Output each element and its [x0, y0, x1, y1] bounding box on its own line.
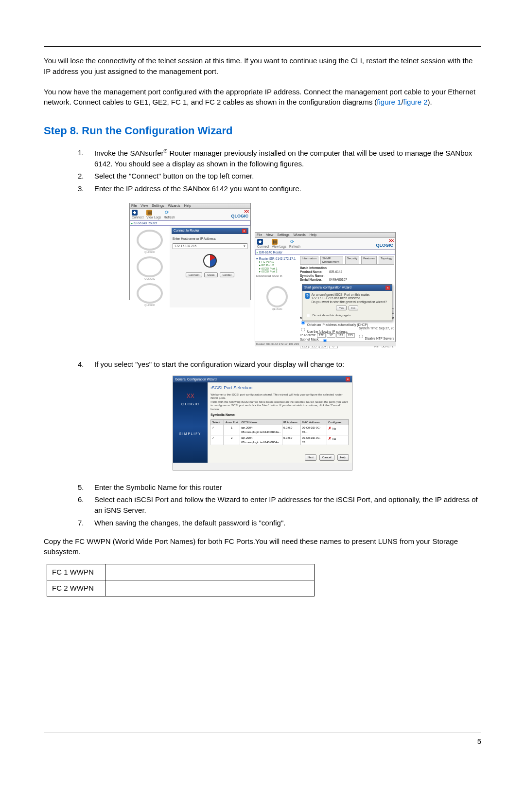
close-icon-2[interactable]: × [385, 286, 390, 290]
p2-b: ). [428, 98, 432, 106]
fig3-desc-1: Welcome to the iSCSI port configuration … [210, 393, 349, 400]
fig1-toolbar: Connect ▤ View Logs ⟳ Refresh XX QLOGIC [130, 209, 250, 220]
tree-iscsi1[interactable]: ▸ iSCSI Port 1 [259, 267, 298, 271]
steps-list-c: 5.Enter the Symbolic Name for this route… [78, 482, 481, 528]
step-4: 4. If you select "yes" to start the conf… [78, 359, 481, 370]
dropdown-icon[interactable]: ▾ [244, 244, 245, 248]
next-button[interactable]: Next [305, 454, 316, 461]
step-3: 3. Enter the IP address of the SANbox 61… [78, 183, 481, 194]
ip-input[interactable]: 172.17.137.215 ▾ [173, 243, 247, 249]
fig3-row-2[interactable]: ✓ 2 iqn.2004-08.com.qlogic:isr6140.0804a… [210, 435, 349, 445]
tab-topology[interactable]: Topology [379, 256, 394, 264]
bottom-rule [44, 733, 481, 733]
wwpn-1-value [105, 564, 315, 580]
viewlogs-icon-2[interactable]: ▤ [272, 239, 278, 245]
dont-show-label: Do not show this dialog again. [313, 314, 351, 317]
wwpn-row-2: FC 2 WWPN [47, 580, 315, 596]
dont-show-checkbox[interactable] [307, 314, 311, 318]
paragraph-1: You will lose the connectivity of the te… [44, 55, 481, 77]
wwpn-1-label: FC 1 WWPN [47, 564, 105, 580]
qlogic-logo: XX QLOGIC [231, 210, 249, 219]
useip-radio[interactable] [301, 328, 305, 332]
tree-fc2[interactable]: ▸ FC Port 2 [259, 264, 298, 267]
menu-help[interactable]: Help [184, 204, 191, 207]
fig1-dialog: Connect to Router × Enter Hostname or IP… [170, 226, 250, 307]
dialog-line-2: Do you want to start the general configu… [312, 300, 389, 304]
dhcp-radio[interactable] [301, 321, 305, 325]
wwpn-table: FC 1 WWPN FC 2 WWPN [47, 564, 315, 596]
ring-2: QLOGIC [137, 256, 163, 277]
fig2-tree-panel: ▾ Router iSR-6142 172.17.1 ▸ FC Port 1 ▸… [255, 255, 299, 354]
figure-1-link[interactable]: figure 1 [377, 98, 401, 106]
fig3-sidebar: XX QLOGIC SIMPLIFY [173, 382, 208, 463]
viewlogs-icon[interactable]: ▤ [146, 210, 152, 216]
fig3-desc-2: Ports with the following iSCSI names hav… [210, 400, 349, 412]
cancel-button[interactable]: Cancel [220, 272, 235, 278]
step-2: 2. Select the "Connect" button on the to… [78, 171, 481, 181]
tab-snmp[interactable]: SNMP Management [320, 256, 343, 264]
connect-icon[interactable] [132, 210, 138, 216]
wizard-dialog-title: Start general configuration wizard [304, 286, 351, 290]
fig2-main-panel: Information SNMP Management Security Fea… [299, 255, 395, 354]
red-x-icon: ✗ [328, 426, 332, 431]
tab-information[interactable]: Information [300, 256, 318, 264]
connect-icon-2[interactable] [257, 239, 263, 245]
menu-file[interactable]: File [131, 204, 137, 207]
menu-settings[interactable]: Settings [152, 204, 164, 207]
ip-address-value: 17217137215 [317, 333, 355, 338]
step-1-num: 1. [78, 147, 94, 169]
fig3-window-title: General Configuration Wizard [175, 377, 217, 381]
close-icon-3[interactable]: × [346, 377, 350, 381]
tree-discovered[interactable]: Discovered iSCSI In [256, 274, 298, 278]
step-2-num: 2. [78, 171, 94, 181]
ip-label: Enter Hostname or IP Address: [173, 237, 247, 240]
basic-info-heading: Basic Information [300, 266, 394, 270]
steps-list-a: 1. Invoke the SANsurfer® Router manager … [78, 147, 481, 194]
tree-iscsi2[interactable]: ▸ iSCSI Port 2 [259, 270, 298, 273]
step-1-text: Invoke the SANsurfer® Router manager pre… [94, 147, 481, 169]
fig1-tree: iSR-6140 Router [130, 220, 250, 226]
wwpn-2-value [105, 580, 315, 596]
menu-wizards[interactable]: Wizards [168, 204, 180, 207]
refresh-icon[interactable]: ⟳ [164, 210, 170, 216]
steps-list-b: 4. If you select "yes" to start the conf… [78, 359, 481, 370]
tree-fc1[interactable]: ▸ FC Port 1 [259, 260, 298, 264]
tree-root[interactable]: iSR-6140 Router [131, 221, 249, 225]
tab-features[interactable]: Features [361, 256, 377, 264]
fig3-title: iSCSI Port Selection [210, 384, 349, 391]
step-6: 6.Select each iSCSI Port and follow the … [78, 494, 481, 516]
step-5: 5.Enter the Symbolic Name for this route… [78, 482, 481, 493]
connect-button[interactable]: Connect [186, 272, 202, 278]
step-7: 7.When saving the changes, the default p… [78, 518, 481, 528]
tree-root-2[interactable]: ▾ Router iSR-6142 172.17.1 [256, 257, 298, 260]
step-8-heading: Step 8. Run the Configuration Wizard [44, 123, 481, 139]
fig1-menubar: File View Settings Wizards Help [130, 203, 250, 209]
figure-2-window: File View Settings Wizards Help Connect … [255, 232, 396, 346]
fig2-menubar: File View Settings Wizards Help [255, 233, 395, 238]
figure-2-link[interactable]: figure 2 [403, 98, 428, 106]
no-button[interactable]: No [349, 306, 358, 311]
dialog-line-1: An unconfigured iSCSI Port on this route… [312, 293, 389, 300]
top-rule [44, 46, 481, 47]
config-wizard-dialog: Start general configuration wizard × ? A… [302, 284, 392, 321]
ring-1: QLOGIC [137, 230, 163, 251]
paragraph-2: You now have the management port configu… [44, 87, 481, 108]
fig3-row-1[interactable]: ✓ 1 iqn.2004-08.com.qlogic:isr6140.0804a… [210, 425, 349, 435]
step-3-num: 3. [78, 183, 94, 194]
menu-view[interactable]: View [140, 204, 148, 207]
yes-button[interactable]: Yes [336, 306, 347, 311]
dialog-title: Connect to Router [174, 229, 199, 233]
question-icon: ? [305, 293, 310, 299]
cancel-button-2[interactable]: Cancel [319, 454, 334, 461]
close-button[interactable]: Close [204, 272, 217, 278]
help-button[interactable]: Help [337, 454, 349, 461]
fig3-symname-label: Symbolic Name: [210, 413, 349, 417]
refresh-icon-2[interactable]: ⟳ [289, 239, 295, 245]
red-x-icon-2: ✗ [328, 436, 332, 441]
fig2-statusbar: Router iSR-6142 172.17.137.215 [255, 342, 396, 346]
wwpn-row-1: FC 1 WWPN [47, 564, 315, 580]
figure-pair: File View Settings Wizards Help Connect … [44, 203, 481, 346]
fig3-content: iSCSI Port Selection Welcome to the iSCS… [208, 382, 352, 463]
tab-security[interactable]: Security [345, 256, 360, 264]
close-icon[interactable]: × [242, 229, 246, 233]
